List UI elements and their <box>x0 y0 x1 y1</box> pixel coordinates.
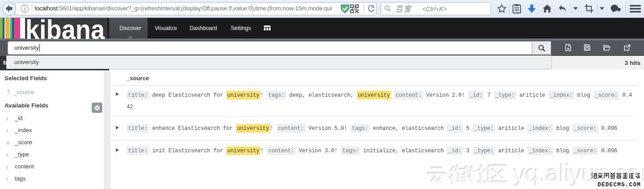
svg-text:kibana: kibana <box>25 18 105 39</box>
